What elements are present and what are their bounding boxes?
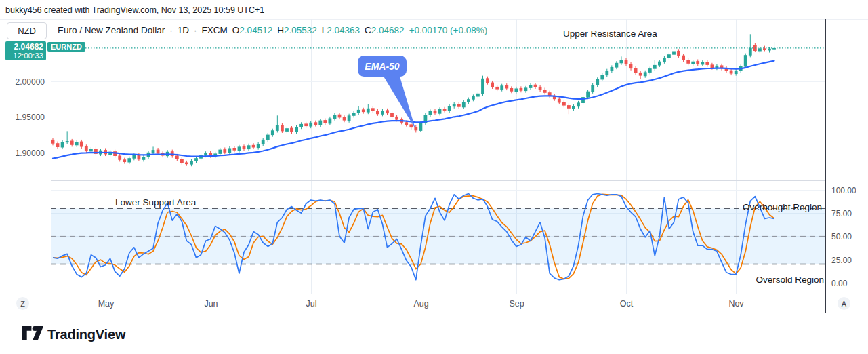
exchange-label: FXCM [202,25,228,35]
oscillator-axis-label: 75.00 [831,209,852,218]
low-value: L2.04363 [322,25,360,35]
auto-scale-button[interactable]: A [838,297,850,310]
lower-support-annotation: Lower Support Area [115,197,196,208]
legend-separator: · [169,25,173,35]
symbol-badge: EURNZD [47,42,85,52]
x-axis-label: Jun [204,299,218,309]
x-axis-label: Oct [620,299,634,309]
price-and-oscillator-chart[interactable]: MayJunJulAugSepOctNov2.000001.950001.900… [0,0,868,354]
price-axis-label: 2.00000 [16,77,45,87]
attribution-text: bukky456 created with TradingView.com, N… [5,5,264,15]
quote-currency-box: NZD [7,22,47,39]
x-axis-label: Sep [509,299,524,309]
price-axis-label: 1.95000 [16,113,45,122]
close-value: C2.04682 [365,25,405,35]
timezone-button[interactable]: Z [16,297,29,310]
oscillator-axis-label: 100.00 [831,186,856,195]
tradingview-logo-text: TradingView [47,327,125,342]
high-value: H2.05532 [277,25,317,35]
symbol-title[interactable]: Euro / New Zealand Dollar [58,25,165,35]
x-axis-label: May [98,299,115,309]
price-axis-label: 1.90000 [16,149,45,158]
tradingview-logo-icon [22,326,43,343]
interval-label[interactable]: 1D [178,25,189,35]
last-price-value: 2.04682 [14,42,43,52]
last-price-badge: 2.04682 12:00:33 [5,41,46,60]
oversold-region-annotation: Oversold Region [756,275,824,285]
x-axis-label: Nov [728,299,744,309]
ema50-callout-label: EMA-50 [358,56,407,77]
x-axis-label: Jul [306,299,317,309]
bar-countdown: 12:00:33 [13,52,43,60]
oscillator-axis-label: 25.00 [831,256,852,265]
upper-resistance-annotation: Upper Resistance Area [563,28,657,39]
tradingview-logo[interactable]: TradingView [22,326,125,343]
legend-separator: · [194,25,197,35]
oscillator-axis-label: 0.00 [831,279,848,288]
overbought-region-annotation: Overbought Region [743,202,822,212]
change-value: +0.00170 (+0.08%) [409,25,488,35]
x-axis-label: Aug [413,299,428,309]
open-value: O2.04512 [232,25,272,35]
chart-legend: Euro / New Zealand Dollar · 1D · FXCM O2… [58,25,487,35]
oscillator-axis-label: 50.00 [831,232,852,241]
